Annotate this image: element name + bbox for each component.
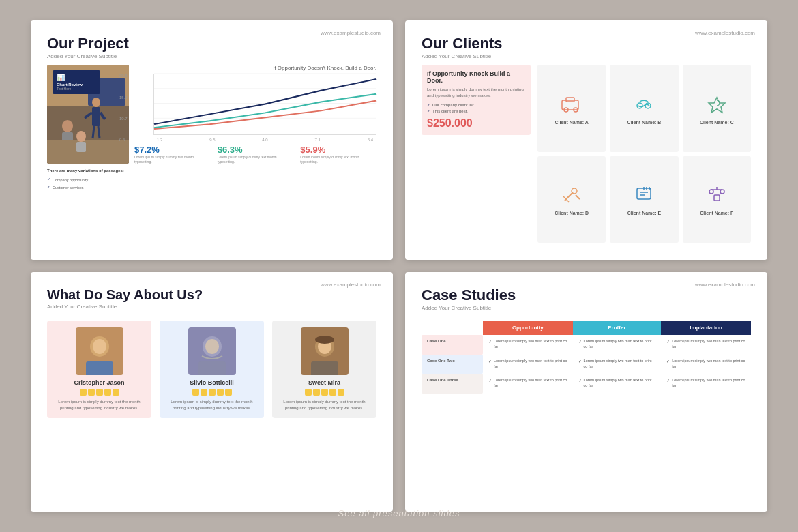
chart-icon: 📊 bbox=[57, 74, 96, 81]
overlay-subtitle: Text Here bbox=[57, 87, 96, 91]
client-b-icon bbox=[633, 92, 655, 117]
table-header-opportunity: Opportunity bbox=[483, 321, 573, 335]
svg-rect-4 bbox=[92, 107, 100, 126]
y-label-4: 0.5 bbox=[119, 138, 128, 142]
person2-name: Silvio Botticelli bbox=[190, 379, 234, 386]
table-header-proffer: Proffer bbox=[573, 321, 662, 335]
check-icon: ✓ bbox=[578, 359, 582, 364]
slide1-info-title: There are many variations of passages: bbox=[47, 168, 129, 174]
star-3 bbox=[321, 389, 328, 396]
client-card-e: Client Name: E bbox=[610, 156, 678, 243]
person3-stars bbox=[305, 389, 344, 396]
star-4 bbox=[329, 389, 336, 396]
check-icon: ✓ bbox=[666, 378, 670, 383]
svg-rect-11 bbox=[47, 140, 129, 164]
svg-rect-19 bbox=[566, 98, 574, 102]
slide1-body: 📊 Chart Review Text Here There are many … bbox=[47, 65, 376, 243]
slide-case-studies: www.examplestudio.com Case Studies Added… bbox=[405, 272, 767, 512]
svg-point-3 bbox=[92, 98, 100, 107]
slide1-stats: $7.2% Lorem ipsum simply dummy text mont… bbox=[134, 145, 376, 164]
svg-rect-28 bbox=[637, 188, 651, 199]
star-3 bbox=[96, 389, 103, 396]
star-4 bbox=[104, 389, 111, 396]
case-row-3-opportunity: ✓ Lorem ipsum simply two man text to pri… bbox=[483, 374, 573, 394]
star-2 bbox=[201, 389, 207, 396]
svg-point-39 bbox=[93, 339, 106, 354]
slide1-check-1: ✓ Company opportunity bbox=[47, 177, 129, 183]
person2-stars bbox=[192, 389, 232, 396]
slide4-url: www.examplestudio.com bbox=[695, 282, 755, 288]
check-icon: ✓ bbox=[488, 339, 492, 344]
slide1-check-2: ✓ Customer services bbox=[47, 184, 129, 190]
client-e-name: Client Name: E bbox=[627, 211, 661, 216]
svg-point-43 bbox=[205, 339, 219, 354]
check-icon: ✓ bbox=[47, 177, 50, 183]
stat-3: $5.9% Lorem ipsum simply dummy text mont… bbox=[300, 145, 376, 164]
stat-2: $6.3% Lorem ipsum simply dummy text mont… bbox=[218, 145, 294, 164]
slide2-url: www.examplestudio.com bbox=[695, 30, 755, 36]
y-label-2: 15.2 bbox=[119, 95, 128, 100]
person3-desc: Lorem ipsum is simply dummy text the mon… bbox=[278, 399, 371, 411]
client-a-icon bbox=[561, 92, 582, 117]
svg-rect-13 bbox=[76, 142, 86, 152]
check-icon: ✓ bbox=[488, 378, 492, 383]
star-5 bbox=[113, 389, 119, 396]
person-card-3: Sweet Mira Lorem ipsum is simply dummy t… bbox=[272, 321, 376, 418]
case-check-item: ✓ Lorem ipsum simply two man text to pri… bbox=[488, 358, 567, 370]
check-icon: ✓ bbox=[488, 359, 492, 364]
person3-photo bbox=[301, 327, 349, 375]
svg-point-49 bbox=[315, 336, 334, 344]
slide1-title: Our Project bbox=[47, 35, 376, 52]
slide1-subtitle: Added Your Creative Subtitle bbox=[47, 53, 376, 59]
star-5 bbox=[225, 389, 232, 396]
highlight-check-2: ✓ This client are best. bbox=[427, 108, 525, 113]
svg-rect-48 bbox=[311, 361, 338, 375]
svg-rect-40 bbox=[86, 361, 113, 375]
star-2 bbox=[88, 389, 95, 396]
stat3-desc: Lorem ipsum simply dummy text month type… bbox=[300, 155, 376, 164]
person1-name: Cristopher Jason bbox=[74, 379, 124, 386]
star-4 bbox=[217, 389, 224, 396]
client-card-c: Client Name: C bbox=[683, 65, 751, 152]
svg-point-34 bbox=[709, 190, 713, 194]
check-icon: ✓ bbox=[47, 184, 50, 190]
case-row-2-opportunity: ✓ Lorem ipsum simply two man text to pri… bbox=[483, 355, 573, 374]
person1-desc: Lorem ipsum is simply dummy text the mon… bbox=[53, 399, 146, 411]
chart-y-labels: 20.5 15.2 10.7 0.5 bbox=[119, 74, 128, 142]
slide3-url: www.examplestudio.com bbox=[321, 282, 381, 288]
case-row-2-implantation: ✓ Lorem ipsum simply two man text to pri… bbox=[661, 355, 751, 374]
stat3-value: $5.9% bbox=[300, 145, 376, 155]
star-1 bbox=[80, 389, 87, 396]
check-icon: ✓ bbox=[666, 359, 670, 364]
case-row-3-label: Case One Three bbox=[422, 374, 483, 394]
svg-line-8 bbox=[98, 126, 100, 138]
person-card-2: Silvio Botticelli Lorem ipsum is simply … bbox=[160, 321, 264, 418]
client-a-name: Client Name: A bbox=[555, 120, 589, 125]
case-row-1-proffer: ✓ Lorem ipsum simply two man text to pri… bbox=[573, 335, 662, 355]
case-row-2-proffer: ✓ Lorem ipsum simply two man text to pri… bbox=[573, 355, 662, 374]
svg-line-26 bbox=[576, 195, 580, 199]
case-table: Opportunity Proffer Implantation Case On… bbox=[422, 321, 751, 394]
client-f-name: Client Name: F bbox=[700, 211, 733, 216]
case-row-3-implantation: ✓ Lorem ipsum simply two man text to pri… bbox=[661, 374, 751, 394]
highlight-price: $250.000 bbox=[427, 117, 525, 130]
case-row-3-proffer: ✓ Lorem ipsum simply two man text to pri… bbox=[573, 374, 662, 394]
svg-point-12 bbox=[76, 131, 86, 142]
table-header-empty bbox=[422, 321, 483, 335]
check-icon: ✓ bbox=[427, 102, 430, 107]
client-card-f: Client Name: F bbox=[683, 156, 751, 243]
check-icon: ✓ bbox=[427, 108, 430, 113]
case-row-2-label: Case One Two bbox=[422, 355, 483, 374]
slide1-photo-overlay: 📊 Chart Review Text Here bbox=[53, 70, 100, 94]
svg-rect-44 bbox=[198, 361, 226, 375]
svg-point-25 bbox=[572, 188, 577, 194]
slide4-title: Case Studies bbox=[422, 287, 751, 304]
slide1-chart-title: If Opportunity Doesn't Knock, Build a Do… bbox=[134, 65, 376, 71]
slide3-title: What Do Say About Us? bbox=[47, 287, 376, 302]
footer-text: See all presentation slides bbox=[338, 508, 460, 518]
slide2-clients-grid: Client Name: A Client Name: B bbox=[537, 65, 751, 243]
case-check-item: ✓ Lorem ipsum simply two man text to pri… bbox=[666, 377, 745, 389]
case-row-1-label: Case One bbox=[422, 335, 483, 355]
check-icon: ✓ bbox=[578, 339, 582, 344]
client-card-b: Client Name: B bbox=[610, 65, 678, 152]
